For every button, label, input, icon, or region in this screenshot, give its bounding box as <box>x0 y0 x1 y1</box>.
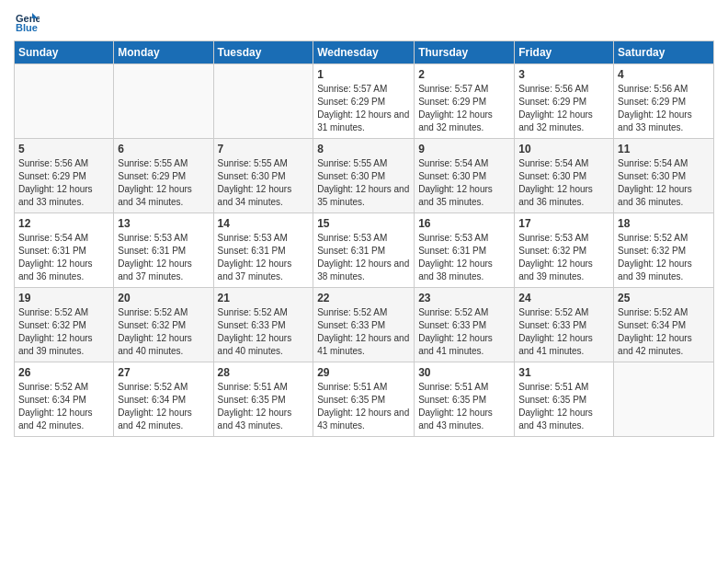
day-info: Sunrise: 5:53 AM Sunset: 6:31 PM Dayligh… <box>317 232 410 283</box>
weekday-header-sunday: Sunday <box>15 41 114 64</box>
day-number: 10 <box>518 143 609 155</box>
day-info: Sunrise: 5:51 AM Sunset: 6:35 PM Dayligh… <box>218 381 310 432</box>
day-info: Sunrise: 5:57 AM Sunset: 6:29 PM Dayligh… <box>418 83 510 134</box>
day-info: Sunrise: 5:52 AM Sunset: 6:33 PM Dayligh… <box>418 306 510 358</box>
day-info: Sunrise: 5:55 AM Sunset: 6:30 PM Dayligh… <box>317 157 410 209</box>
calendar-cell: 7Sunrise: 5:55 AM Sunset: 6:30 PM Daylig… <box>213 139 313 213</box>
day-info: Sunrise: 5:53 AM Sunset: 6:31 PM Dayligh… <box>118 232 209 283</box>
calendar-cell: 30Sunrise: 5:51 AM Sunset: 6:35 PM Dayli… <box>415 362 515 437</box>
day-info: Sunrise: 5:52 AM Sunset: 6:32 PM Dayligh… <box>118 306 209 358</box>
calendar-cell: 3Sunrise: 5:56 AM Sunset: 6:29 PM Daylig… <box>515 64 614 139</box>
day-info: Sunrise: 5:55 AM Sunset: 6:29 PM Dayligh… <box>118 157 209 209</box>
calendar-cell: 16Sunrise: 5:53 AM Sunset: 6:31 PM Dayli… <box>415 213 515 288</box>
calendar-cell: 20Sunrise: 5:52 AM Sunset: 6:32 PM Dayli… <box>114 288 213 362</box>
day-info: Sunrise: 5:54 AM Sunset: 6:30 PM Dayligh… <box>618 157 710 209</box>
calendar-cell: 4Sunrise: 5:56 AM Sunset: 6:29 PM Daylig… <box>614 64 714 139</box>
day-info: Sunrise: 5:52 AM Sunset: 6:32 PM Dayligh… <box>18 306 109 358</box>
day-number: 1 <box>317 68 410 81</box>
day-number: 16 <box>418 217 510 230</box>
calendar-cell <box>614 362 714 437</box>
day-info: Sunrise: 5:53 AM Sunset: 6:31 PM Dayligh… <box>218 232 310 283</box>
calendar-cell: 12Sunrise: 5:54 AM Sunset: 6:31 PM Dayli… <box>15 213 114 288</box>
calendar-cell <box>15 64 114 139</box>
weekday-header-saturday: Saturday <box>614 41 714 64</box>
day-number: 4 <box>618 68 710 81</box>
day-info: Sunrise: 5:57 AM Sunset: 6:29 PM Dayligh… <box>317 83 410 134</box>
calendar-cell: 26Sunrise: 5:52 AM Sunset: 6:34 PM Dayli… <box>15 362 114 437</box>
day-info: Sunrise: 5:56 AM Sunset: 6:29 PM Dayligh… <box>618 83 710 134</box>
day-number: 21 <box>218 292 310 304</box>
svg-text:Blue: Blue <box>16 22 38 33</box>
day-number: 27 <box>118 366 209 379</box>
day-info: Sunrise: 5:56 AM Sunset: 6:29 PM Dayligh… <box>518 83 609 134</box>
calendar-cell: 14Sunrise: 5:53 AM Sunset: 6:31 PM Dayli… <box>213 213 313 288</box>
calendar-cell: 18Sunrise: 5:52 AM Sunset: 6:32 PM Dayli… <box>614 213 714 288</box>
day-number: 26 <box>18 366 109 379</box>
calendar-cell: 1Sunrise: 5:57 AM Sunset: 6:29 PM Daylig… <box>313 64 415 139</box>
calendar-cell: 27Sunrise: 5:52 AM Sunset: 6:34 PM Dayli… <box>114 362 213 437</box>
day-info: Sunrise: 5:52 AM Sunset: 6:33 PM Dayligh… <box>218 306 310 358</box>
day-number: 12 <box>18 217 109 230</box>
day-info: Sunrise: 5:54 AM Sunset: 6:30 PM Dayligh… <box>418 157 510 209</box>
day-number: 14 <box>218 217 310 230</box>
calendar-cell: 29Sunrise: 5:51 AM Sunset: 6:35 PM Dayli… <box>313 362 415 437</box>
day-info: Sunrise: 5:55 AM Sunset: 6:30 PM Dayligh… <box>218 157 310 209</box>
weekday-header-thursday: Thursday <box>415 41 515 64</box>
calendar-cell <box>213 64 313 139</box>
calendar-week-row: 26Sunrise: 5:52 AM Sunset: 6:34 PM Dayli… <box>15 362 714 437</box>
weekday-header-row: SundayMondayTuesdayWednesdayThursdayFrid… <box>15 41 714 64</box>
calendar-cell: 2Sunrise: 5:57 AM Sunset: 6:29 PM Daylig… <box>415 64 515 139</box>
day-info: Sunrise: 5:52 AM Sunset: 6:34 PM Dayligh… <box>18 381 109 432</box>
calendar-cell: 13Sunrise: 5:53 AM Sunset: 6:31 PM Dayli… <box>114 213 213 288</box>
day-number: 18 <box>618 217 710 230</box>
calendar-week-row: 5Sunrise: 5:56 AM Sunset: 6:29 PM Daylig… <box>15 139 714 213</box>
day-number: 7 <box>218 143 310 155</box>
day-number: 22 <box>317 292 410 304</box>
day-number: 29 <box>317 366 410 379</box>
day-number: 8 <box>317 143 410 155</box>
day-info: Sunrise: 5:51 AM Sunset: 6:35 PM Dayligh… <box>317 381 410 432</box>
day-number: 23 <box>418 292 510 304</box>
calendar-cell: 15Sunrise: 5:53 AM Sunset: 6:31 PM Dayli… <box>313 213 415 288</box>
day-number: 5 <box>18 143 109 155</box>
day-info: Sunrise: 5:52 AM Sunset: 6:32 PM Dayligh… <box>618 232 710 283</box>
day-number: 31 <box>518 366 609 379</box>
day-number: 28 <box>218 366 310 379</box>
day-number: 25 <box>618 292 710 304</box>
day-number: 30 <box>418 366 510 379</box>
day-info: Sunrise: 5:53 AM Sunset: 6:32 PM Dayligh… <box>518 232 609 283</box>
weekday-header-tuesday: Tuesday <box>213 41 313 64</box>
logo: General Blue <box>14 9 43 35</box>
day-number: 19 <box>18 292 109 304</box>
day-info: Sunrise: 5:51 AM Sunset: 6:35 PM Dayligh… <box>518 381 609 432</box>
day-info: Sunrise: 5:54 AM Sunset: 6:30 PM Dayligh… <box>518 157 609 209</box>
calendar-cell: 8Sunrise: 5:55 AM Sunset: 6:30 PM Daylig… <box>313 139 415 213</box>
day-number: 2 <box>418 68 510 81</box>
day-number: 24 <box>518 292 609 304</box>
calendar-cell: 28Sunrise: 5:51 AM Sunset: 6:35 PM Dayli… <box>213 362 313 437</box>
day-number: 6 <box>118 143 209 155</box>
day-info: Sunrise: 5:52 AM Sunset: 6:34 PM Dayligh… <box>618 306 710 358</box>
calendar-week-row: 1Sunrise: 5:57 AM Sunset: 6:29 PM Daylig… <box>15 64 714 139</box>
weekday-header-wednesday: Wednesday <box>313 41 415 64</box>
calendar-cell: 24Sunrise: 5:52 AM Sunset: 6:33 PM Dayli… <box>515 288 614 362</box>
day-number: 11 <box>618 143 710 155</box>
day-number: 20 <box>118 292 209 304</box>
calendar-cell: 22Sunrise: 5:52 AM Sunset: 6:33 PM Dayli… <box>313 288 415 362</box>
weekday-header-monday: Monday <box>114 41 213 64</box>
logo-icon: General Blue <box>14 9 40 35</box>
calendar-cell: 25Sunrise: 5:52 AM Sunset: 6:34 PM Dayli… <box>614 288 714 362</box>
day-info: Sunrise: 5:52 AM Sunset: 6:33 PM Dayligh… <box>317 306 410 358</box>
calendar-table: SundayMondayTuesdayWednesdayThursdayFrid… <box>14 40 714 437</box>
calendar-cell: 10Sunrise: 5:54 AM Sunset: 6:30 PM Dayli… <box>515 139 614 213</box>
calendar-cell: 23Sunrise: 5:52 AM Sunset: 6:33 PM Dayli… <box>415 288 515 362</box>
calendar-week-row: 19Sunrise: 5:52 AM Sunset: 6:32 PM Dayli… <box>15 288 714 362</box>
calendar-cell: 9Sunrise: 5:54 AM Sunset: 6:30 PM Daylig… <box>415 139 515 213</box>
calendar-week-row: 12Sunrise: 5:54 AM Sunset: 6:31 PM Dayli… <box>15 213 714 288</box>
calendar-cell: 11Sunrise: 5:54 AM Sunset: 6:30 PM Dayli… <box>614 139 714 213</box>
day-info: Sunrise: 5:52 AM Sunset: 6:34 PM Dayligh… <box>118 381 209 432</box>
day-number: 3 <box>518 68 609 81</box>
calendar-cell <box>114 64 213 139</box>
day-number: 9 <box>418 143 510 155</box>
day-number: 17 <box>518 217 609 230</box>
